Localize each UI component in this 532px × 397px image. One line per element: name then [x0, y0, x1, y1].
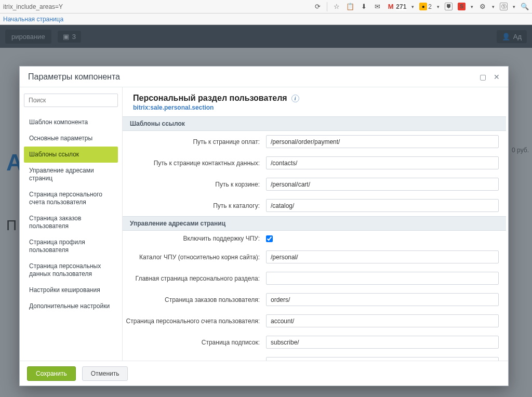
download-icon[interactable]: ⬇: [360, 3, 368, 11]
circle-s-icon[interactable]: ⓢ: [500, 3, 508, 10]
label-sef-folder: Каталог ЧПУ (относительно корня сайта):: [123, 254, 266, 261]
nav-account-page[interactable]: Страница персонального счета пользовател…: [24, 187, 118, 210]
reload-icon[interactable]: ⟳: [313, 3, 322, 11]
info-icon[interactable]: i: [291, 95, 299, 102]
dialog-body: Шаблон компонента Основные параметры Шаб…: [20, 87, 508, 361]
label-cart: Путь к корзине:: [123, 181, 266, 188]
dropdown-icon[interactable]: ▾: [513, 4, 515, 9]
bookmark-home[interactable]: Начальная страница: [3, 16, 63, 23]
nav-list: Шаблон компонента Основные параметры Шаб…: [24, 114, 118, 314]
dropdown-icon[interactable]: ▾: [437, 4, 440, 9]
gmail-badge[interactable]: M271: [387, 3, 406, 11]
label-catalog: Путь к каталогу:: [123, 202, 266, 209]
dialog-sidebar: Шаблон компонента Основные параметры Шаб…: [20, 87, 123, 361]
component-params-dialog: Параметры компонента ▢ ✕ Шаблон компонен…: [19, 66, 509, 386]
content-header: Персональный раздел пользователя i bitri…: [123, 87, 508, 116]
search-icon[interactable]: 🔍: [521, 3, 529, 11]
page-backdrop: рирование ▣ 3 👤 Ад А П 0 руб. Параметры …: [0, 25, 532, 397]
row-next-partial: [123, 353, 506, 361]
s-extension-icon[interactable]: S: [458, 3, 466, 10]
bookmarks-bar: Начальная страница: [0, 14, 532, 25]
nav-caching[interactable]: Настройки кеширования: [24, 282, 118, 298]
close-icon[interactable]: ✕: [494, 73, 500, 81]
clipboard-icon[interactable]: 📋: [346, 3, 354, 11]
row-cart: Путь к корзине:: [123, 174, 506, 195]
row-subscribe-page: Страница подписок:: [123, 332, 506, 353]
nav-link-templates[interactable]: Шаблоны ссылок: [24, 147, 118, 163]
row-account-page: Страница персонального счета пользовател…: [123, 310, 506, 332]
component-code[interactable]: bitrix:sale.personal.section: [133, 104, 498, 111]
label-payment: Путь к странице оплат:: [123, 138, 266, 145]
form-scroll[interactable]: Шаблоны ссылок Путь к странице оплат: Пу…: [123, 116, 508, 361]
input-subscribe-page[interactable]: [266, 336, 499, 349]
url-fragment: itrix_include_areas=Y: [3, 3, 63, 10]
label-contacts: Путь к странице контактных данных:: [123, 160, 266, 167]
row-sef: Включить поддержку ЧПУ:: [123, 231, 506, 246]
input-orders-page[interactable]: [266, 293, 499, 306]
separator: [327, 2, 327, 11]
nav-additional[interactable]: Дополнительные настройки: [24, 298, 118, 314]
toolbar-icons: ⟳ ☆ 📋 ⬇ ✉ M271 ▾ ●2 ▾ ⛊ S ▾ ⚙ ▾ ⓢ ▾ 🔍: [313, 2, 529, 11]
dialog-title: Параметры компонента: [28, 72, 120, 82]
label-subscribe-page: Страница подписок:: [123, 339, 266, 346]
maximize-icon[interactable]: ▢: [480, 73, 486, 81]
search-input[interactable]: [24, 94, 118, 107]
input-cart[interactable]: [266, 178, 499, 191]
nav-url-management[interactable]: Управление адресами страниц: [24, 163, 118, 187]
input-partial[interactable]: [266, 357, 499, 361]
star-icon[interactable]: ☆: [332, 3, 341, 11]
notif-badge[interactable]: ●2: [419, 3, 432, 10]
puzzle-icon[interactable]: ⚙: [478, 3, 487, 11]
input-catalog[interactable]: [266, 199, 499, 212]
dialog-titlebar: Параметры компонента ▢ ✕: [20, 67, 508, 87]
dialog-content: Персональный раздел пользователя i bitri…: [123, 87, 508, 361]
dropdown-icon[interactable]: ▾: [471, 4, 473, 9]
row-main-page: Главная страница персонального раздела:: [123, 268, 506, 289]
checkbox-sef[interactable]: [266, 235, 273, 242]
save-button[interactable]: Сохранить: [27, 366, 76, 381]
dropdown-icon[interactable]: ▾: [492, 4, 495, 9]
nav-personal-data-page[interactable]: Страница персональных данных пользовател…: [24, 258, 118, 282]
input-sef-folder[interactable]: [266, 250, 499, 263]
dialog-footer: Сохранить Отменить: [20, 361, 508, 386]
section-link-templates: Шаблоны ссылок: [123, 116, 506, 131]
label-account-page: Страница персонального счета пользовател…: [123, 317, 266, 325]
shield-icon[interactable]: ⛊: [445, 3, 453, 10]
nav-orders-page[interactable]: Страница заказов пользователя: [24, 210, 118, 234]
input-main-page[interactable]: [266, 272, 499, 285]
dropdown-icon[interactable]: ▾: [411, 4, 414, 9]
nav-profile-page[interactable]: Страница профиля пользователя: [24, 234, 118, 258]
label-sef: Включить поддержку ЧПУ:: [123, 235, 266, 242]
label-main-page: Главная страница персонального раздела:: [123, 275, 266, 282]
nav-main-params[interactable]: Основные параметры: [24, 130, 118, 147]
row-payment: Путь к странице оплат:: [123, 131, 506, 152]
section-url-management: Управление адресами страниц: [123, 216, 506, 231]
browser-toolbar: itrix_include_areas=Y ⟳ ☆ 📋 ⬇ ✉ M271 ▾ ●…: [0, 0, 532, 14]
cancel-button[interactable]: Отменить: [82, 366, 128, 381]
row-sef-folder: Каталог ЧПУ (относительно корня сайта):: [123, 246, 506, 268]
input-contacts[interactable]: [266, 156, 499, 169]
input-payment[interactable]: [266, 135, 499, 148]
row-contacts: Путь к странице контактных данных:: [123, 152, 506, 174]
row-catalog: Путь к каталогу:: [123, 195, 506, 216]
component-title: Персональный раздел пользователя i: [133, 94, 498, 103]
mail-icon[interactable]: ✉: [373, 3, 381, 11]
row-orders-page: Страница заказов пользователя:: [123, 289, 506, 310]
label-orders-page: Страница заказов пользователя:: [123, 296, 266, 303]
input-account-page[interactable]: [266, 314, 499, 327]
nav-template[interactable]: Шаблон компонента: [24, 114, 118, 130]
